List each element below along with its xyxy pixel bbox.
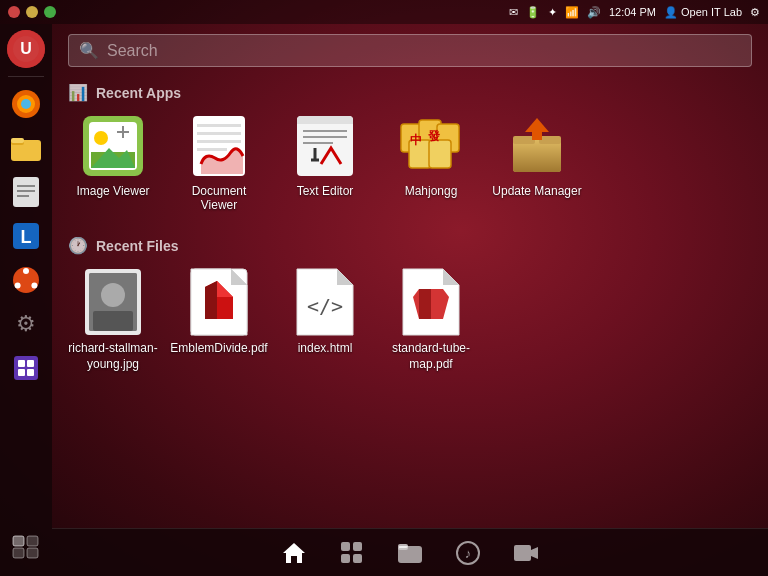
svg-rect-58 — [513, 136, 535, 144]
svg-rect-27 — [27, 548, 38, 558]
svg-rect-78 — [341, 554, 350, 563]
svg-rect-46 — [303, 142, 333, 144]
close-button[interactable] — [8, 6, 20, 18]
svg-rect-82 — [398, 544, 408, 548]
app-label-image-viewer: Image Viewer — [76, 184, 149, 198]
file-item-html[interactable]: </> index.html — [280, 267, 370, 372]
svg-text:發: 發 — [427, 129, 441, 143]
svg-point-31 — [94, 131, 108, 145]
svg-rect-41 — [297, 116, 353, 176]
html-file-icon: </> — [293, 267, 357, 337]
svg-point-17 — [15, 283, 21, 289]
sidebar-item-files[interactable] — [5, 127, 47, 169]
svg-rect-39 — [197, 140, 241, 143]
svg-text:中: 中 — [410, 133, 422, 147]
settings-icon[interactable]: ⚙ — [750, 6, 760, 19]
software-icon — [12, 354, 40, 382]
file-item-jpg[interactable]: richard-stallman-young.jpg — [68, 267, 158, 372]
sidebar-item-software[interactable] — [5, 347, 47, 389]
content-panels: 📊 Recent Apps — [52, 75, 768, 528]
bottom-video-button[interactable] — [513, 540, 539, 566]
app-label-update-manager: Update Manager — [492, 184, 581, 198]
folder-icon — [11, 135, 41, 161]
svg-rect-22 — [18, 369, 25, 376]
battery-icon: 🔋 — [526, 6, 540, 19]
svg-text:♪: ♪ — [465, 546, 472, 561]
svg-point-65 — [101, 283, 125, 307]
sidebar-item-ubuntu[interactable] — [5, 259, 47, 301]
svg-rect-53 — [429, 140, 451, 168]
svg-rect-24 — [13, 536, 24, 546]
svg-point-16 — [23, 268, 29, 274]
svg-rect-77 — [353, 542, 362, 551]
app-item-update-manager[interactable]: Update Manager — [492, 114, 582, 212]
document-icon — [13, 177, 39, 207]
libreoffice-icon: L — [11, 221, 41, 251]
file-item-pdf-1[interactable]: EmblemDivide.pdf — [174, 267, 264, 372]
svg-rect-57 — [513, 140, 561, 172]
file-item-pdf-2[interactable]: standard-tube-map.pdf — [386, 267, 476, 372]
svg-rect-11 — [17, 190, 35, 192]
app-item-image-viewer[interactable]: Image Viewer — [68, 114, 158, 212]
svg-text:L: L — [21, 227, 32, 247]
sidebar-home-button[interactable]: U — [5, 28, 47, 70]
svg-rect-79 — [353, 554, 362, 563]
app-item-text-editor[interactable]: Text Editor — [280, 114, 370, 212]
window-controls — [8, 6, 56, 18]
app-label-document-viewer: Document Viewer — [174, 184, 264, 212]
bottom-music-button[interactable]: ♪ — [455, 540, 481, 566]
document-viewer-icon — [187, 114, 251, 178]
svg-rect-19 — [14, 356, 38, 380]
svg-marker-86 — [531, 547, 538, 559]
ubuntu-icon — [11, 265, 41, 295]
app-label-text-editor: Text Editor — [297, 184, 354, 198]
sidebar-item-firefox[interactable] — [5, 83, 47, 125]
app-item-document-viewer[interactable]: Document Viewer — [174, 114, 264, 212]
svg-point-18 — [31, 283, 37, 289]
svg-text:U: U — [20, 40, 32, 57]
svg-rect-85 — [514, 545, 531, 561]
sidebar-item-settings[interactable]: ⚙ — [5, 303, 47, 345]
sidebar-item-text[interactable] — [5, 171, 47, 213]
svg-text:</>: </> — [307, 294, 343, 318]
bottom-apps-button[interactable] — [339, 540, 365, 566]
jpg-file-icon — [81, 267, 145, 337]
file-label-pdf-1: EmblemDivide.pdf — [170, 341, 267, 357]
maximize-button[interactable] — [44, 6, 56, 18]
file-label-jpg: richard-stallman-young.jpg — [68, 341, 158, 372]
svg-rect-23 — [27, 369, 34, 376]
bluetooth-icon: ✦ — [548, 6, 557, 19]
user-label: 👤 Open IT Lab — [664, 6, 742, 19]
svg-marker-71 — [337, 269, 353, 285]
minimize-button[interactable] — [26, 6, 38, 18]
svg-rect-66 — [93, 311, 133, 331]
svg-rect-26 — [13, 548, 24, 558]
firefox-icon — [10, 88, 42, 120]
svg-rect-43 — [297, 120, 353, 124]
svg-rect-37 — [197, 124, 241, 127]
sidebar-divider — [8, 76, 44, 77]
recent-files-grid: richard-stallman-young.jpg EmblemDivide — [68, 267, 752, 372]
bottom-home-button[interactable] — [281, 540, 307, 566]
recent-apps-icon: 📊 — [68, 83, 88, 102]
svg-marker-74 — [443, 269, 459, 285]
workspace-icon — [12, 535, 40, 559]
pdf-file-2-icon — [399, 267, 463, 337]
svg-marker-60 — [525, 118, 549, 132]
svg-rect-40 — [197, 148, 227, 151]
file-label-html: index.html — [298, 341, 353, 357]
app-item-mahjongg[interactable]: 中 發 Mahjongg — [386, 114, 476, 212]
search-input[interactable] — [107, 42, 741, 60]
recent-files-header: 🕐 Recent Files — [68, 236, 752, 255]
sidebar: U — [0, 24, 52, 576]
svg-rect-61 — [532, 130, 542, 140]
sidebar-item-workspace[interactable] — [5, 526, 47, 568]
sidebar-item-libreoffice[interactable]: L — [5, 215, 47, 257]
svg-rect-44 — [303, 130, 347, 132]
file-label-pdf-2: standard-tube-map.pdf — [386, 341, 476, 372]
bottom-files-button[interactable] — [397, 542, 423, 564]
mahjongg-icon: 中 發 — [399, 114, 463, 178]
recent-apps-label: Recent Apps — [96, 85, 181, 101]
search-input-wrap[interactable]: 🔍 — [68, 34, 752, 67]
svg-point-5 — [21, 99, 31, 109]
